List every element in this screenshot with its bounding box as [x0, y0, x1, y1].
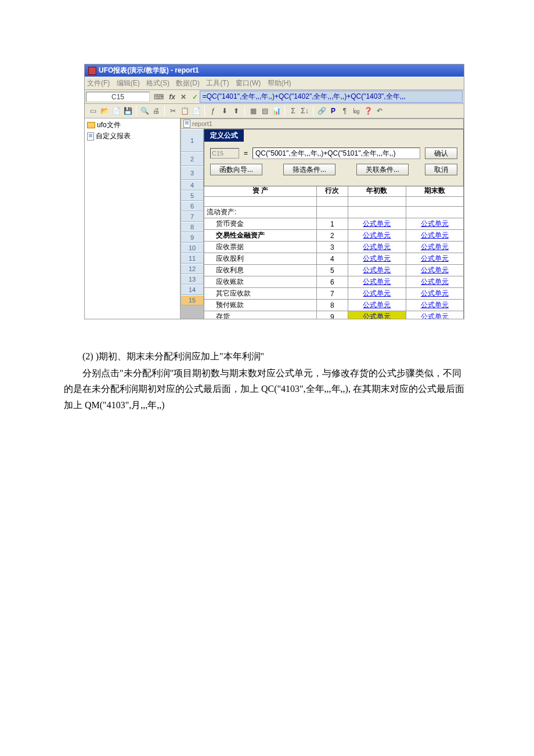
sidebar-item-custom-report[interactable]: 自定义报表: [86, 131, 179, 142]
sidebar-item-ufo[interactable]: ufo文件: [86, 120, 179, 131]
formula-cell[interactable]: 公式单元: [406, 230, 463, 242]
row-header[interactable]: 5: [181, 190, 204, 201]
table-row: 货币资金1公式单元公式单元: [204, 218, 464, 230]
col-header-end: 期末数: [406, 185, 463, 197]
row-header[interactable]: 12: [181, 264, 204, 274]
dialog-formula-input[interactable]: [252, 147, 420, 159]
new-icon[interactable]: ▭: [88, 106, 98, 116]
link-icon[interactable]: 🔗: [317, 106, 326, 116]
blank-row: [204, 197, 464, 207]
sort-asc-icon[interactable]: ⬇: [220, 106, 229, 116]
cell-line[interactable]: 3: [316, 242, 348, 253]
cell-line[interactable]: 9: [316, 311, 348, 319]
formula-cell[interactable]: 公式单元: [406, 311, 463, 319]
flag-icon[interactable]: ¶: [340, 106, 349, 116]
p-icon[interactable]: P: [329, 106, 338, 116]
row-header[interactable]: 14: [181, 285, 204, 295]
row-header[interactable]: 1: [181, 129, 204, 152]
help-icon[interactable]: ❓: [363, 106, 373, 116]
row-header[interactable]: 2: [181, 152, 204, 166]
cell-line[interactable]: 2: [316, 230, 348, 242]
formula-input[interactable]: =QC("1401",全年,,,年,,)+QC("1402",全年,,,年,,)…: [200, 91, 463, 103]
cell-label[interactable]: 预付账款: [204, 300, 317, 311]
menu-data[interactable]: 数据(D): [176, 79, 200, 87]
paste-icon[interactable]: 📄: [192, 106, 201, 116]
undo-icon[interactable]: ↶: [375, 106, 384, 116]
formula-cell[interactable]: 公式单元: [406, 300, 463, 311]
formula-cell[interactable]: 公式单元: [406, 242, 463, 253]
formula-cell[interactable]: 公式单元: [348, 276, 406, 288]
row-header[interactable]: 13: [181, 274, 204, 285]
menu-format[interactable]: 格式(S): [146, 79, 169, 87]
cell-line[interactable]: 1: [316, 218, 348, 230]
row-header[interactable]: 3: [181, 166, 204, 180]
sum2-icon[interactable]: Σ↓: [300, 106, 309, 116]
check-icon[interactable]: ✓: [192, 93, 198, 101]
log-icon[interactable]: ㏒: [352, 106, 361, 116]
assoc-button[interactable]: 关联条件...: [356, 164, 409, 175]
row-header-selected[interactable]: 15: [181, 295, 204, 305]
func-wizard-button[interactable]: 函数向导...: [210, 164, 262, 175]
keyboard-icon[interactable]: ⌨: [154, 93, 164, 101]
formula-cell[interactable]: 公式单元: [406, 265, 463, 276]
formula-cell[interactable]: 公式单元: [348, 265, 406, 276]
formula-cell[interactable]: 公式单元: [348, 253, 406, 265]
cell-label[interactable]: 交易性金融资产: [204, 230, 317, 242]
cell-line[interactable]: 8: [316, 300, 348, 311]
cancel-button[interactable]: 取消: [425, 164, 457, 175]
table-icon[interactable]: ▦: [248, 106, 258, 116]
copy-icon[interactable]: 📋: [180, 106, 189, 116]
cancel-icon[interactable]: ✕: [181, 93, 186, 101]
save-icon[interactable]: 💾: [123, 106, 132, 116]
cell-label[interactable]: 其它应收款: [204, 288, 317, 300]
cell-line[interactable]: 6: [316, 276, 348, 288]
cell-line[interactable]: 4: [316, 253, 348, 265]
menu-help[interactable]: 帮助(H): [268, 79, 291, 87]
preview-icon[interactable]: 🔍: [140, 106, 149, 116]
menu-edit[interactable]: 编辑(E): [117, 79, 140, 87]
cell-label[interactable]: 存货: [204, 311, 317, 319]
row-header[interactable]: 4: [181, 180, 204, 190]
formula-cell[interactable]: 公式单元: [348, 218, 406, 230]
cell-reference-box[interactable]: C15: [86, 92, 150, 102]
filter-button[interactable]: 筛选条件...: [283, 164, 335, 175]
formula-cell-selected[interactable]: 公式单元: [348, 311, 406, 319]
cut-icon[interactable]: ✂: [168, 106, 178, 116]
formula-cell[interactable]: 公式单元: [406, 276, 463, 288]
sort-desc-icon[interactable]: ⬆: [232, 106, 241, 116]
open-icon[interactable]: 📂: [100, 106, 109, 116]
print-icon[interactable]: 🖨: [151, 106, 161, 116]
cell-label[interactable]: 应收票据: [204, 242, 317, 253]
formula-cell[interactable]: 公式单元: [406, 253, 463, 265]
cell-label[interactable]: 应收利息: [204, 265, 317, 276]
grid-icon[interactable]: ▤: [260, 106, 269, 116]
cell-label[interactable]: 应收股利: [204, 253, 317, 265]
row-header[interactable]: 10: [181, 243, 204, 253]
cell-line[interactable]: 7: [316, 288, 348, 300]
sum-icon[interactable]: Σ: [288, 106, 298, 116]
fx-icon[interactable]: fx: [169, 93, 175, 101]
row-header[interactable]: 9: [181, 232, 204, 243]
page-icon[interactable]: 📄: [111, 106, 121, 116]
cell-label[interactable]: 应收账款: [204, 276, 317, 288]
row-header[interactable]: 8: [181, 222, 204, 232]
cell-label[interactable]: 货币资金: [204, 218, 317, 230]
chart-icon[interactable]: 📊: [272, 106, 281, 116]
func-icon[interactable]: ƒ: [208, 106, 218, 116]
row-header[interactable]: 6: [181, 201, 204, 211]
formula-cell[interactable]: 公式单元: [406, 288, 463, 300]
formula-cell[interactable]: 公式单元: [348, 300, 406, 311]
menu-window[interactable]: 窗口(W): [236, 79, 261, 87]
ok-button[interactable]: 确认: [425, 147, 457, 159]
row-header[interactable]: 7: [181, 211, 204, 222]
formula-cell[interactable]: 公式单元: [348, 230, 406, 242]
report-tab[interactable]: report1: [181, 118, 464, 129]
menu-tool[interactable]: 工具(T): [206, 79, 229, 87]
dialog-cell-input[interactable]: [210, 148, 239, 159]
row-header[interactable]: 11: [181, 253, 204, 264]
menu-file[interactable]: 文件(F): [87, 79, 110, 87]
cell-line[interactable]: 5: [316, 265, 348, 276]
formula-cell[interactable]: 公式单元: [348, 288, 406, 300]
formula-cell[interactable]: 公式单元: [348, 242, 406, 253]
formula-cell[interactable]: 公式单元: [406, 218, 463, 230]
